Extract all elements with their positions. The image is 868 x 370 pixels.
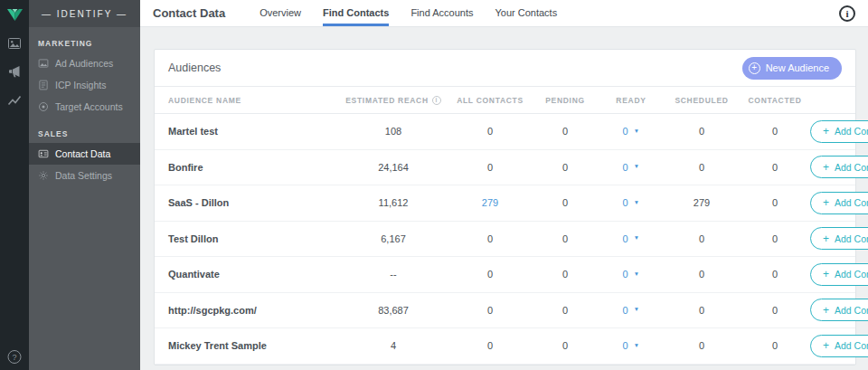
help-icon[interactable]: ? [8,350,22,364]
chevron-down-icon: ▼ [633,128,638,135]
add-contacts-button[interactable]: + Add Contacts [811,121,868,142]
row-actions: + Add Contacts ▼ [810,263,868,286]
add-contacts-label: Add Contacts [835,197,868,208]
column-estimated-reach-label: ESTIMATED REACH [345,96,429,105]
image-rail-icon[interactable] [7,36,22,51]
table-row: Martel test 108 0 0 0 ▼ 0 0 + Add Contac… [155,114,855,150]
tab-find-contacts[interactable]: Find Contacts [323,0,389,26]
estimated-reach-info-icon[interactable]: i [432,96,441,105]
all-contacts-cell: 0 [448,269,532,280]
tab-find-accounts[interactable]: Find Accounts [410,0,473,26]
scheduled-cell: 0 [664,233,740,244]
scheduled-cell: 279 [664,197,740,208]
contacted-cell: 0 [740,269,810,280]
all-contacts-cell: 0 [448,340,532,351]
add-contacts-button[interactable]: + Add Contacts [811,336,868,356]
chevron-down-icon: ▼ [633,200,638,206]
new-audience-button[interactable]: + New Audience [742,57,842,80]
row-actions: + Add Contacts ▼ [810,156,868,178]
sidebar-item-label: ICP Insights [55,80,106,90]
all-contacts-cell: 0 [448,162,532,173]
add-contacts-button[interactable]: + Add Contacts [811,264,868,285]
ready-value: 0 [622,162,627,173]
pending-cell: 0 [532,233,599,244]
ready-dropdown[interactable]: 0 ▼ [599,340,664,351]
all-contacts-cell[interactable]: 279 [448,197,532,208]
add-contacts-label: Add Contacts [835,305,868,316]
sidebar-item-data-settings[interactable]: Data Settings [29,165,140,186]
add-contacts-button[interactable]: + Add Contacts [811,193,868,213]
pending-cell: 0 [532,162,599,173]
main-panel: Contact Data Overview Find Contacts Find… [140,0,868,370]
plus-icon: + [823,340,829,351]
all-contacts-cell: 0 [448,305,532,316]
column-audience-name: AUDIENCE NAME [168,96,338,105]
add-contacts-label: Add Contacts [835,162,868,173]
card-title: Audiences [168,62,221,74]
new-audience-label: New Audience [766,62,829,73]
audiences-card: Audiences + New Audience AUDIENCE NAME E… [154,49,856,365]
ready-dropdown[interactable]: 0 ▼ [599,162,664,173]
contacted-cell: 0 [740,126,810,137]
add-contacts-button[interactable]: + Add Contacts [811,228,868,249]
ready-value: 0 [622,197,627,208]
ready-dropdown[interactable]: 0 ▼ [599,305,664,316]
sidebar-item-label: Ad Audiences [55,58,113,69]
ready-value: 0 [622,340,627,351]
ready-dropdown[interactable]: 0 ▼ [599,197,664,208]
add-contacts-button[interactable]: + Add Contacts [811,299,868,320]
row-actions: + Add Contacts ▼ [810,335,868,357]
tab-overview[interactable]: Overview [259,0,301,26]
table-row: Mickey Trent Sample 4 0 0 0 ▼ 0 0 + Add … [155,328,855,365]
page-title: Contact Data [153,0,225,26]
chart-rail-icon[interactable] [7,92,22,107]
tab-bar: Overview Find Contacts Find Accounts You… [259,0,557,26]
info-icon[interactable]: i [839,5,855,22]
contacted-cell: 0 [740,162,810,173]
column-pending: PENDING [532,96,599,105]
ready-value: 0 [622,126,627,137]
brand-title: — IDENTIFY — [29,0,140,27]
column-scheduled: SCHEDULED [664,96,740,105]
add-contacts-label: Add Contacts [835,126,868,137]
pending-cell: 0 [532,340,599,351]
scheduled-cell: 0 [664,126,740,137]
add-contacts-button[interactable]: + Add Contacts [811,157,868,177]
sidebar-item-icp-insights[interactable]: ICP Insights [29,74,140,96]
estimated-reach-cell: 108 [338,126,448,137]
pending-cell: 0 [532,269,599,280]
ready-dropdown[interactable]: 0 ▼ [599,269,664,280]
sidebar-item-target-accounts[interactable]: Target Accounts [29,96,140,118]
chevron-down-icon: ▼ [633,343,638,349]
sidebar-item-ad-audiences[interactable]: Ad Audiences [29,52,140,74]
tab-your-contacts[interactable]: Your Contacts [495,0,557,26]
estimated-reach-cell: 11,612 [338,197,448,208]
add-contacts-label: Add Contacts [835,233,868,244]
scheduled-cell: 0 [664,162,740,173]
brand-logo-icon[interactable] [6,7,24,23]
row-actions: + Add Contacts ▼ [810,299,868,321]
plus-icon: + [823,162,829,173]
sidebar-item-contact-data[interactable]: Contact Data [29,143,140,165]
estimated-reach-cell: 83,687 [338,305,448,316]
ready-dropdown[interactable]: 0 ▼ [599,126,664,137]
plus-icon: + [749,62,760,74]
document-icon [38,80,49,90]
plus-icon: + [823,126,829,137]
add-contacts-label: Add Contacts [835,340,868,351]
chevron-down-icon: ▼ [633,271,638,278]
top-bar: Contact Data Overview Find Contacts Find… [140,0,868,27]
megaphone-rail-icon[interactable] [7,64,22,79]
estimated-reach-cell: 24,164 [338,162,448,173]
audience-name-cell: Mickey Trent Sample [168,340,338,351]
ready-value: 0 [622,233,627,244]
gear-icon [38,170,49,181]
plus-icon: + [823,197,829,208]
add-contacts-split-button: + Add Contacts ▼ [810,299,868,321]
sidebar: — IDENTIFY — MARKETING Ad Audiences ICP … [29,0,140,370]
table-row: SaaS - Dillon 11,612 279 0 0 ▼ 279 0 + A… [155,185,855,222]
audience-name-cell: Martel test [168,126,338,137]
audience-name-cell: Bonfire [168,162,338,173]
audience-name-cell: Test Dillon [168,233,338,244]
ready-dropdown[interactable]: 0 ▼ [599,233,664,244]
